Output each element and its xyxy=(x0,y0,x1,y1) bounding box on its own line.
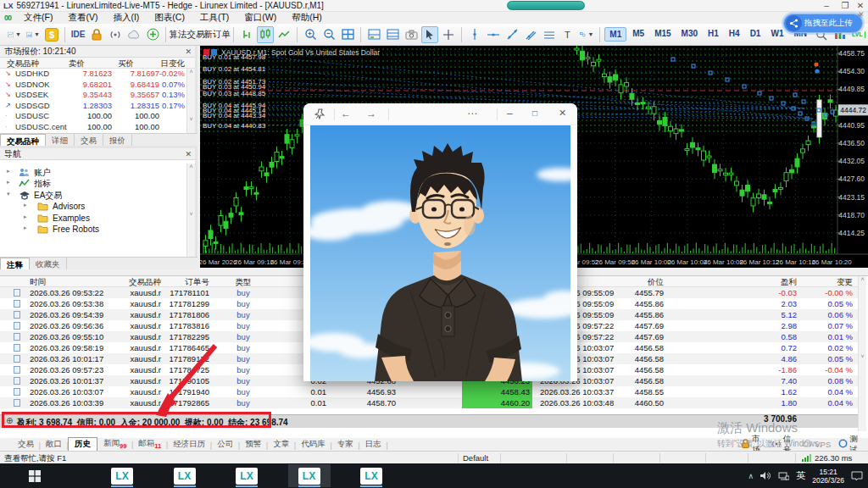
taskbar-clock[interactable]: 15:21 2026/3/26 xyxy=(812,468,844,485)
collapse-icon[interactable]: ▾ xyxy=(7,191,10,197)
line-chart-button[interactable] xyxy=(275,26,292,43)
status-profile[interactable]: Default xyxy=(463,453,488,463)
menu-item-3[interactable]: 图表(C) xyxy=(147,12,192,24)
back-icon[interactable]: ← xyxy=(341,108,351,119)
history-col-3[interactable]: 类型 xyxy=(222,276,264,287)
toolbox-tab-邮箱[interactable]: 邮箱11| xyxy=(132,437,167,451)
add-robot-button[interactable] xyxy=(144,26,161,43)
mw-tab-详细[interactable]: 详细 xyxy=(46,134,75,146)
history-row-171791940[interactable]: 2026.03.26 10:03:07xauusd.r171791940buy0… xyxy=(0,386,858,397)
nav-tab-收藏夹[interactable]: 收藏夹 xyxy=(30,258,67,269)
mw-tab-交易[interactable]: 交易 xyxy=(75,134,103,146)
expand-icon[interactable]: ▸ xyxy=(7,168,10,175)
mw-row-USDUSC[interactable]: ·USDUSC100.00100.00 xyxy=(0,111,188,122)
pin-icon[interactable] xyxy=(314,108,326,119)
close-icon[interactable]: ✕ xyxy=(185,148,192,160)
cloud-button[interactable] xyxy=(125,26,142,43)
close-icon[interactable]: ✕ xyxy=(559,108,566,119)
screenshot-button[interactable] xyxy=(403,26,420,43)
minimize-icon[interactable]: – xyxy=(507,108,513,119)
tick-chart-button[interactable] xyxy=(238,26,255,43)
timeframe-m15[interactable]: M15 xyxy=(650,27,675,42)
menu-item-6[interactable]: 帮助(H) xyxy=(284,12,330,24)
equidistant-lines-tool-button[interactable] xyxy=(541,26,558,43)
photo-viewer-window[interactable]: ← → ⋯ – □ ✕ xyxy=(303,103,577,381)
mw-tab-报价[interactable]: 报价 xyxy=(103,134,132,146)
menu-item-5[interactable]: 窗口(W) xyxy=(236,12,284,24)
toolbox-tab-敞口[interactable]: 敞口| xyxy=(40,438,68,451)
ime-indicator[interactable]: 英 xyxy=(796,469,805,482)
timeframe-d1[interactable]: D1 xyxy=(746,27,765,42)
toolbox-tab-新闻[interactable]: 新闻99| xyxy=(97,437,132,451)
tray-chevron-icon[interactable]: ∧ xyxy=(748,472,754,480)
menu-item-2[interactable]: 插入(I) xyxy=(105,12,147,24)
upload-dropzone-badge[interactable]: 拖拽至此上传 xyxy=(783,14,863,33)
toolbox-tab-历史[interactable]: 历史 xyxy=(68,437,97,451)
horizontal-line-tool-button[interactable] xyxy=(485,26,502,43)
shapes-tool-button[interactable]: ▼ xyxy=(578,26,595,43)
toolbox-tab-代码库[interactable]: 代码库| xyxy=(295,438,331,451)
nav-tab-注释[interactable]: 注释 xyxy=(0,258,30,269)
history-col-11[interactable]: 变更 xyxy=(785,276,853,287)
taskbar-app-lx-2[interactable]: LX xyxy=(225,464,268,487)
ide-button[interactable]: IDE xyxy=(70,26,86,43)
history-col-9[interactable]: 价位 xyxy=(604,276,664,287)
mw-row-USDSEK[interactable]: ↘USDSEK9.354439.356570.13% xyxy=(0,90,188,101)
timeframe-m30[interactable]: M30 xyxy=(677,27,702,42)
mw-row-USDHKD[interactable]: ↘USDHKD7.816237.81697-0.02% xyxy=(0,69,188,80)
new-order-button[interactable]: 新订单 xyxy=(203,26,230,43)
taskbar-app-lx-1[interactable]: LX xyxy=(164,464,206,487)
history-col-2[interactable]: 订单号 xyxy=(159,276,209,287)
navigator-scrollbar[interactable]: ˄˅ xyxy=(186,164,195,269)
mw-tab-交易品种[interactable]: 交易品种 xyxy=(0,134,46,146)
deposit-button[interactable]: $ xyxy=(43,26,60,43)
indicator-window-remove-button[interactable] xyxy=(384,26,401,43)
window-minimize-button[interactable]: – xyxy=(817,0,836,12)
menu-item-1[interactable]: 查看(V) xyxy=(60,12,105,24)
maximize-icon[interactable]: □ xyxy=(532,108,537,118)
mw-row-USDUSC.cent[interactable]: ·USDUSC.cent100.00100.00 xyxy=(0,122,188,133)
expand-icon[interactable]: ▸ xyxy=(24,225,27,231)
taskbar-app-lx-0[interactable]: LX xyxy=(101,464,143,487)
toolbox-tab-日志[interactable]: 日志| xyxy=(359,438,387,451)
mw-row-USDNOK[interactable]: ↘USDNOK9.682019.684190.07% xyxy=(0,80,188,91)
signals-button[interactable] xyxy=(107,26,124,43)
more-options-icon[interactable]: ⋯ xyxy=(467,108,477,119)
trendline-tool-button[interactable] xyxy=(504,26,520,43)
timeframe-m5[interactable]: M5 xyxy=(628,27,648,42)
menu-item-0[interactable]: 文件(F) xyxy=(16,12,60,24)
crosshair-tool-button[interactable] xyxy=(440,26,457,43)
windows-start-icon[interactable] xyxy=(29,470,41,482)
notification-icon[interactable] xyxy=(851,471,863,481)
candlestick-chart-button[interactable] xyxy=(257,26,274,43)
toolbox-tab-专家[interactable]: 专家| xyxy=(331,438,359,451)
chart-profile-button[interactable]: ▼ xyxy=(25,26,42,43)
expand-icon[interactable]: ▸ xyxy=(7,179,10,186)
menu-item-4[interactable]: 工具(T) xyxy=(192,12,236,24)
timeframe-h4[interactable]: H4 xyxy=(725,27,744,42)
zoom-out-button[interactable] xyxy=(320,26,337,43)
chart-type-button[interactable]: ▼ xyxy=(6,26,23,43)
history-scrollbar[interactable]: ˄˅ xyxy=(858,276,866,431)
channel-tool-button[interactable] xyxy=(522,26,539,43)
timeframe-h1[interactable]: H1 xyxy=(704,27,723,42)
text-tool-button[interactable]: T xyxy=(559,26,576,43)
taskbar-app-lx-3[interactable]: LX xyxy=(288,464,331,487)
mw-col-3[interactable]: 日变化 xyxy=(125,58,185,69)
history-col-1[interactable]: 交易品种 xyxy=(102,276,161,287)
timeframe-m1[interactable]: M1 xyxy=(604,27,626,42)
toolbox-tab-交易[interactable]: 交易| xyxy=(12,438,40,451)
algo-trading-button[interactable]: 算法交易 xyxy=(170,26,201,43)
toolbox-tab-预警[interactable]: 预警| xyxy=(239,438,267,451)
cursor-tool-button[interactable] xyxy=(421,26,438,43)
photo-viewer-titlebar[interactable]: ← → ⋯ – □ ✕ xyxy=(303,103,577,125)
toolbox-tab-公司[interactable]: 公司| xyxy=(211,438,239,451)
close-icon[interactable]: ✕ xyxy=(185,46,192,58)
vertical-line-tool-button[interactable] xyxy=(466,26,483,43)
forward-icon[interactable]: → xyxy=(366,108,376,119)
expand-icon[interactable]: ▸ xyxy=(24,202,27,208)
history-row-171792865[interactable]: 2026.03.26 10:03:39xauusd.r171792865buy0… xyxy=(0,397,858,408)
service-button-VPS[interactable]: VPS xyxy=(802,440,831,449)
zoom-in-button[interactable] xyxy=(302,26,319,43)
toolbox-tab-经济日历[interactable]: 经济日历| xyxy=(167,438,211,451)
